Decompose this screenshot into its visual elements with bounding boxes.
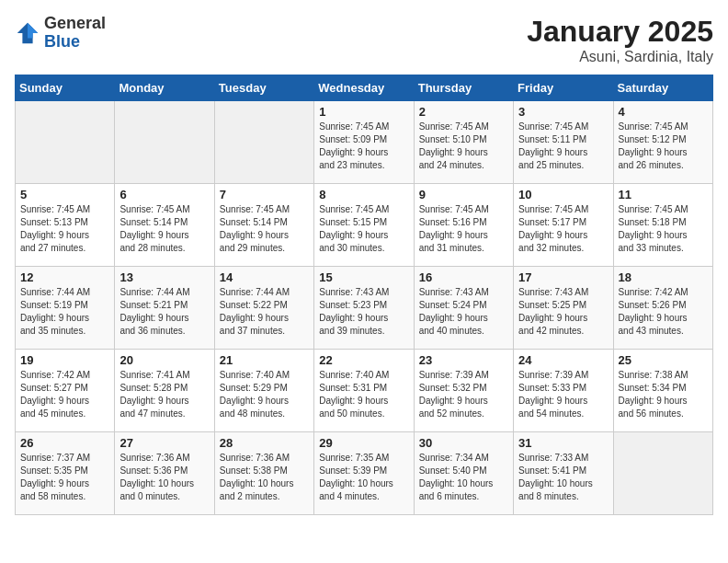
- table-row: 8Sunrise: 7:45 AM Sunset: 5:15 PM Daylig…: [314, 184, 414, 267]
- day-number: 26: [20, 436, 109, 450]
- calendar-week-1: 1Sunrise: 7:45 AM Sunset: 5:09 PM Daylig…: [16, 101, 713, 184]
- logo-general-text: General: [44, 14, 106, 32]
- table-row: [214, 101, 313, 184]
- day-info: Sunrise: 7:45 AM Sunset: 5:17 PM Dayligh…: [518, 203, 608, 255]
- day-number: 16: [419, 270, 508, 284]
- table-row: 4Sunrise: 7:45 AM Sunset: 5:12 PM Daylig…: [613, 101, 712, 184]
- day-info: Sunrise: 7:38 AM Sunset: 5:34 PM Dayligh…: [619, 369, 708, 420]
- logo-text: General Blue: [44, 15, 106, 52]
- table-row: 6Sunrise: 7:45 AM Sunset: 5:14 PM Daylig…: [115, 184, 214, 267]
- table-row: 7Sunrise: 7:45 AM Sunset: 5:14 PM Daylig…: [214, 184, 313, 267]
- table-row: 22Sunrise: 7:40 AM Sunset: 5:31 PM Dayli…: [314, 350, 414, 432]
- table-row: 21Sunrise: 7:40 AM Sunset: 5:29 PM Dayli…: [214, 350, 313, 432]
- day-info: Sunrise: 7:44 AM Sunset: 5:21 PM Dayligh…: [119, 286, 209, 338]
- page-header: General Blue January 2025 Asuni, Sardini…: [15, 15, 713, 65]
- day-info: Sunrise: 7:33 AM Sunset: 5:41 PM Dayligh…: [518, 452, 608, 503]
- table-row: 13Sunrise: 7:44 AM Sunset: 5:21 PM Dayli…: [115, 267, 214, 350]
- day-number: 18: [619, 270, 708, 284]
- day-number: 15: [319, 270, 408, 284]
- header-friday: Friday: [514, 75, 613, 101]
- table-row: 30Sunrise: 7:34 AM Sunset: 5:40 PM Dayli…: [414, 432, 513, 515]
- day-info: Sunrise: 7:43 AM Sunset: 5:24 PM Dayligh…: [419, 286, 508, 338]
- day-info: Sunrise: 7:45 AM Sunset: 5:13 PM Dayligh…: [20, 203, 109, 255]
- day-info: Sunrise: 7:45 AM Sunset: 5:14 PM Dayligh…: [220, 203, 309, 255]
- day-number: 12: [20, 270, 109, 284]
- header-sunday: Sunday: [16, 75, 115, 101]
- table-row: 12Sunrise: 7:44 AM Sunset: 5:19 PM Dayli…: [16, 267, 115, 350]
- logo: General Blue: [15, 15, 106, 52]
- day-number: 5: [20, 188, 109, 201]
- day-number: 27: [119, 436, 209, 450]
- day-number: 1: [319, 105, 408, 119]
- day-info: Sunrise: 7:40 AM Sunset: 5:29 PM Dayligh…: [220, 369, 309, 420]
- table-row: 18Sunrise: 7:42 AM Sunset: 5:26 PM Dayli…: [613, 267, 712, 350]
- day-number: 3: [518, 105, 608, 119]
- table-row: 23Sunrise: 7:39 AM Sunset: 5:32 PM Dayli…: [414, 350, 513, 432]
- table-row: 19Sunrise: 7:42 AM Sunset: 5:27 PM Dayli…: [16, 350, 115, 432]
- day-number: 30: [419, 436, 508, 450]
- day-info: Sunrise: 7:39 AM Sunset: 5:33 PM Dayligh…: [518, 369, 608, 420]
- day-info: Sunrise: 7:42 AM Sunset: 5:27 PM Dayligh…: [20, 369, 109, 420]
- day-number: 20: [119, 353, 209, 367]
- table-row: [613, 432, 712, 515]
- day-number: 6: [119, 188, 209, 201]
- calendar: Sunday Monday Tuesday Wednesday Thursday…: [15, 75, 713, 515]
- table-row: 20Sunrise: 7:41 AM Sunset: 5:28 PM Dayli…: [115, 350, 214, 432]
- day-number: 29: [319, 436, 408, 450]
- table-row: 28Sunrise: 7:36 AM Sunset: 5:38 PM Dayli…: [214, 432, 313, 515]
- table-row: [16, 101, 115, 184]
- day-info: Sunrise: 7:45 AM Sunset: 5:09 PM Dayligh…: [319, 121, 408, 172]
- day-number: 22: [319, 353, 408, 367]
- table-row: 10Sunrise: 7:45 AM Sunset: 5:17 PM Dayli…: [514, 184, 613, 267]
- day-info: Sunrise: 7:40 AM Sunset: 5:31 PM Dayligh…: [319, 369, 408, 420]
- day-info: Sunrise: 7:36 AM Sunset: 5:36 PM Dayligh…: [119, 452, 209, 503]
- table-row: 9Sunrise: 7:45 AM Sunset: 5:16 PM Daylig…: [414, 184, 513, 267]
- day-info: Sunrise: 7:45 AM Sunset: 5:16 PM Dayligh…: [419, 203, 508, 255]
- day-info: Sunrise: 7:44 AM Sunset: 5:22 PM Dayligh…: [220, 286, 309, 338]
- day-info: Sunrise: 7:45 AM Sunset: 5:10 PM Dayligh…: [419, 121, 508, 172]
- table-row: 1Sunrise: 7:45 AM Sunset: 5:09 PM Daylig…: [314, 101, 414, 184]
- day-number: 8: [319, 188, 408, 201]
- day-info: Sunrise: 7:34 AM Sunset: 5:40 PM Dayligh…: [419, 452, 508, 503]
- table-row: [115, 101, 214, 184]
- day-number: 19: [20, 353, 109, 367]
- table-row: 11Sunrise: 7:45 AM Sunset: 5:18 PM Dayli…: [613, 184, 712, 267]
- day-number: 24: [518, 353, 608, 367]
- table-row: 24Sunrise: 7:39 AM Sunset: 5:33 PM Dayli…: [514, 350, 613, 432]
- day-info: Sunrise: 7:45 AM Sunset: 5:18 PM Dayligh…: [619, 203, 708, 255]
- calendar-header-row: Sunday Monday Tuesday Wednesday Thursday…: [16, 75, 713, 101]
- table-row: 14Sunrise: 7:44 AM Sunset: 5:22 PM Dayli…: [214, 267, 313, 350]
- day-number: 21: [220, 353, 309, 367]
- day-info: Sunrise: 7:45 AM Sunset: 5:15 PM Dayligh…: [319, 203, 408, 255]
- table-row: 29Sunrise: 7:35 AM Sunset: 5:39 PM Dayli…: [314, 432, 414, 515]
- day-number: 23: [419, 353, 508, 367]
- table-row: 3Sunrise: 7:45 AM Sunset: 5:11 PM Daylig…: [514, 101, 613, 184]
- table-row: 25Sunrise: 7:38 AM Sunset: 5:34 PM Dayli…: [613, 350, 712, 432]
- header-wednesday: Wednesday: [314, 75, 414, 101]
- day-number: 13: [119, 270, 209, 284]
- title-block: January 2025 Asuni, Sardinia, Italy: [527, 15, 713, 65]
- day-info: Sunrise: 7:42 AM Sunset: 5:26 PM Dayligh…: [619, 286, 708, 338]
- day-number: 17: [518, 270, 608, 284]
- header-monday: Monday: [115, 75, 214, 101]
- table-row: 5Sunrise: 7:45 AM Sunset: 5:13 PM Daylig…: [16, 184, 115, 267]
- day-number: 2: [419, 105, 508, 119]
- header-thursday: Thursday: [414, 75, 513, 101]
- table-row: 15Sunrise: 7:43 AM Sunset: 5:23 PM Dayli…: [314, 267, 414, 350]
- day-info: Sunrise: 7:35 AM Sunset: 5:39 PM Dayligh…: [319, 452, 408, 503]
- table-row: 31Sunrise: 7:33 AM Sunset: 5:41 PM Dayli…: [514, 432, 613, 515]
- day-info: Sunrise: 7:45 AM Sunset: 5:12 PM Dayligh…: [619, 121, 708, 172]
- calendar-week-3: 12Sunrise: 7:44 AM Sunset: 5:19 PM Dayli…: [16, 267, 713, 350]
- page-subtitle: Asuni, Sardinia, Italy: [527, 49, 713, 65]
- day-info: Sunrise: 7:41 AM Sunset: 5:28 PM Dayligh…: [119, 369, 209, 420]
- day-info: Sunrise: 7:45 AM Sunset: 5:11 PM Dayligh…: [518, 121, 608, 172]
- day-info: Sunrise: 7:39 AM Sunset: 5:32 PM Dayligh…: [419, 369, 508, 420]
- day-number: 14: [220, 270, 309, 284]
- header-tuesday: Tuesday: [214, 75, 313, 101]
- day-number: 10: [518, 188, 608, 201]
- header-saturday: Saturday: [613, 75, 712, 101]
- svg-marker-1: [28, 23, 38, 39]
- day-info: Sunrise: 7:43 AM Sunset: 5:23 PM Dayligh…: [319, 286, 408, 338]
- day-number: 28: [220, 436, 309, 450]
- day-info: Sunrise: 7:43 AM Sunset: 5:25 PM Dayligh…: [518, 286, 608, 338]
